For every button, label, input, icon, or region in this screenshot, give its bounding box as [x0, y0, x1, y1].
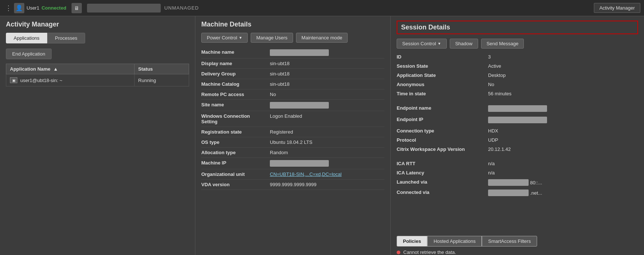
display-name-value: sin-ubt18 [270, 61, 384, 66]
username-label: User1 [27, 5, 39, 11]
endpoint-name-label: Endpoint name [397, 104, 485, 114]
user-icon: 👤 [14, 3, 24, 13]
session-control-button[interactable]: Session Control ▼ [397, 39, 447, 49]
connection-type-value: HDX [488, 127, 638, 135]
session-details-title-bar: Session Details [397, 21, 638, 34]
right-panel: Session Details Session Control ▼ Shadow… [391, 16, 644, 255]
protocol-value: UDP [488, 136, 638, 144]
app-state-label: Application State [397, 71, 485, 79]
applications-table: Application Name ▲ Status ▣ user1@ubt18-… [6, 64, 189, 86]
citrix-app-version-value: 20.12.1.42 [488, 145, 638, 153]
org-unit-value[interactable]: CN=UBT18-SIN,...C=xd,DC=local [270, 171, 384, 177]
main-layout: Activity Manager Applications Processes … [0, 16, 644, 255]
remote-pc-value: No [270, 92, 384, 97]
tab-hosted-applications[interactable]: Hosted Applications [427, 236, 482, 247]
machine-name-value [270, 49, 329, 56]
tab-applications[interactable]: Applications [6, 33, 47, 43]
app-icon: ▣ [10, 77, 17, 83]
activity-manager-title: Activity Manager [0, 21, 195, 33]
detail-machine-name: Machine name [201, 47, 384, 59]
cannot-retrieve-message: Cannot retrieve the data. [403, 249, 456, 255]
machine-catalog-value: sin-ubt18 [270, 81, 384, 87]
tab-policies[interactable]: Policies [397, 236, 427, 247]
launched-via-label: Launched via [397, 178, 485, 187]
detail-os-type: OS type Ubuntu 18.04.2 LTS [201, 137, 384, 148]
tabs-bar: Applications Processes [0, 33, 195, 43]
topbar: ⋮ 👤 User1 Connected 🖥 UNMANAGED Activity… [0, 0, 644, 16]
session-message-area: Cannot retrieve the data. [391, 249, 644, 255]
session-grid-1: ID 3 Session State Active Application St… [397, 53, 638, 197]
ica-latency-value: n/a [488, 169, 638, 177]
app-status-cell: Running [134, 74, 189, 86]
tab-processes[interactable]: Processes [47, 33, 85, 43]
detail-vda-version: VDA version 9999.9999.9999.9999 [201, 180, 384, 190]
launched-via-value: 80::... [488, 178, 638, 187]
id-value: 3 [488, 53, 638, 61]
middle-panel: Machine Details Power Control ▼ Manage U… [195, 16, 391, 255]
app-name-cell: ▣ user1@ubt18-sin: ~ [6, 74, 135, 86]
monitor-icon[interactable]: 🖥 [72, 3, 82, 13]
detail-remote-pc: Remote PC access No [201, 89, 384, 100]
id-label: ID [397, 53, 485, 61]
connection-type-label: Connection type [397, 127, 485, 135]
machine-details-title: Machine Details [195, 21, 390, 33]
citrix-app-version-label: Citrix Workspace App Version [397, 145, 485, 153]
endpoint-name-value [488, 104, 638, 114]
machine-input[interactable] [87, 4, 161, 13]
time-in-state-label: Time in state [397, 90, 485, 98]
col-app-name[interactable]: Application Name ▲ [6, 64, 135, 74]
more-options-icon[interactable]: ⋮ [5, 4, 12, 12]
endpoint-ip-label: Endpoint IP [397, 116, 485, 125]
unmanaged-label: UNMANAGED [164, 5, 199, 11]
windows-connection-value: Logon Enabled [270, 113, 384, 119]
detail-org-unit: Organizational unit CN=UBT18-SIN,...C=xd… [201, 169, 384, 180]
end-application-button[interactable]: End Application [6, 49, 52, 59]
machine-toolbar: Power Control ▼ Manage Users Maintenance… [195, 33, 390, 47]
session-state-value: Active [488, 62, 638, 70]
session-details-area: ID 3 Session State Active Application St… [391, 53, 644, 231]
app-name-value: user1@ubt18-sin: ~ [20, 78, 62, 83]
session-state-label: Session State [397, 62, 485, 70]
send-message-button[interactable]: Send Message [481, 39, 524, 49]
machine-ip-value [270, 160, 329, 167]
session-control-dropdown-icon: ▼ [438, 42, 441, 46]
vda-version-value: 9999.9999.9999.9999 [270, 182, 384, 187]
app-state-value: Desktop [488, 71, 638, 79]
os-type-value: Ubuntu 18.04.2 LTS [270, 139, 384, 145]
manage-users-button[interactable]: Manage Users [251, 33, 293, 43]
detail-display-name: Display name sin-ubt18 [201, 59, 384, 69]
session-details-title: Session Details [401, 24, 450, 31]
time-in-state-value: 56 minutes [488, 90, 638, 98]
detail-windows-connection: Windows Connection Setting Logon Enabled [201, 111, 384, 127]
session-toolbar: Session Control ▼ Shadow Send Message [391, 39, 644, 53]
user-info: ⋮ 👤 User1 Connected [4, 3, 66, 13]
detail-delivery-group: Delivery Group sin-ubt18 [201, 69, 384, 79]
detail-site-name: Site name [201, 100, 384, 111]
shadow-button[interactable]: Shadow [450, 39, 478, 49]
detail-allocation-type: Allocation type Random [201, 148, 384, 158]
ica-rtt-label: ICA RTT [397, 160, 485, 167]
sort-arrow-icon: ▲ [53, 66, 58, 72]
table-row[interactable]: ▣ user1@ubt18-sin: ~ Running [6, 74, 189, 86]
registration-state-value: Registered [270, 129, 384, 135]
detail-machine-ip: Machine IP [201, 158, 384, 169]
connected-via-label: Connected via [397, 188, 485, 197]
allocation-type-value: Random [270, 150, 384, 155]
error-indicator-icon [397, 251, 400, 254]
ica-rtt-value: n/a [488, 160, 638, 167]
site-name-value [270, 102, 329, 109]
connection-status: Connected [42, 5, 66, 11]
protocol-label: Protocol [397, 136, 485, 144]
maintenance-mode-button[interactable]: Maintenance mode [296, 33, 348, 43]
power-control-button[interactable]: Power Control ▼ [201, 33, 248, 43]
machine-details-scroll[interactable]: Machine name Display name sin-ubt18 Deli… [195, 47, 390, 255]
activity-manager-button[interactable]: Activity Manager [594, 3, 640, 13]
col-status[interactable]: Status [134, 64, 189, 74]
anonymous-value: No [488, 81, 638, 88]
tab-smartaccess-filters[interactable]: SmartAccess Filters [482, 236, 537, 247]
connected-via-value: .net... [488, 188, 638, 197]
endpoint-ip-value [488, 116, 638, 125]
detail-registration-state: Registration state Registered [201, 127, 384, 137]
anonymous-label: Anonymous [397, 81, 485, 88]
power-dropdown-arrow-icon: ▼ [239, 36, 242, 40]
